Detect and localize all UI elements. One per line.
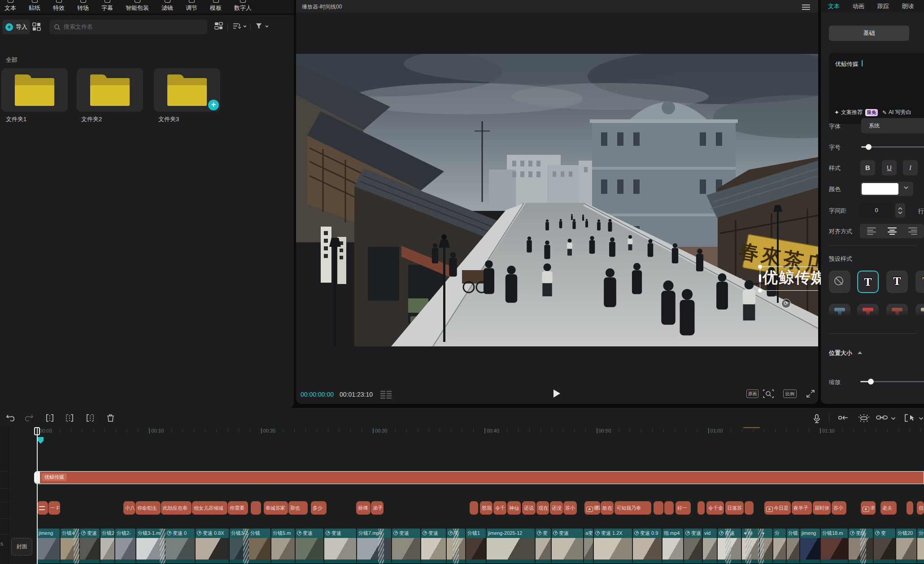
align-left-button[interactable] (867, 227, 876, 236)
video-clip[interactable]: vid (703, 529, 717, 564)
overwrite-mode-icon[interactable] (838, 414, 849, 423)
transition-marker[interactable] (745, 529, 751, 564)
subtitle-clip[interactable]: 夜半子 (792, 501, 812, 515)
magnetic-snap-icon[interactable] (858, 414, 870, 424)
subtitle-clip[interactable]: 弟子 (371, 501, 384, 515)
video-clip[interactable]: 变速 0 (166, 529, 195, 564)
delete-icon[interactable] (107, 414, 114, 424)
underline-button[interactable]: U (882, 160, 897, 175)
subtitle-clip[interactable]: 小八 (123, 501, 135, 515)
chevron-down-icon[interactable] (919, 417, 924, 420)
video-clip[interactable]: 分镜1 (466, 529, 486, 564)
transition-marker[interactable] (860, 529, 866, 564)
subtitle-clip[interactable] (907, 501, 913, 515)
video-clip[interactable]: 分镜2 (100, 529, 115, 564)
video-clip[interactable]: 分 (773, 529, 786, 564)
video-clip[interactable]: jimeng (800, 529, 820, 564)
subtitle-clip[interactable]: 多少 (311, 501, 327, 515)
fullscreen-icon[interactable] (806, 389, 815, 400)
timeline-ruler[interactable]: 00:0000:1000:2000:3000:4000:5001:0001:10 (0, 426, 924, 438)
ai-write-button[interactable]: AI 写旁白 (889, 109, 911, 116)
inspector-tab-1[interactable]: 动画 (853, 2, 864, 10)
video-clip[interactable]: 变速 0.9 (633, 529, 662, 564)
menu-item-1[interactable]: 贴纸 (29, 0, 40, 12)
subtitle-clip[interactable]: 还说 (522, 501, 536, 515)
cover-button[interactable]: 封面 (11, 538, 32, 555)
add-to-timeline-button[interactable]: + (208, 100, 219, 110)
video-clip[interactable]: a变 (584, 529, 593, 564)
menu-item-6[interactable]: 滤镜 (161, 0, 173, 12)
menu-item-7[interactable]: 调节 (186, 0, 197, 12)
folder-card[interactable] (1, 68, 68, 112)
subtitle-clip[interactable]: 还没 (550, 501, 563, 515)
menu-item-8[interactable]: 模板 (210, 0, 222, 12)
subtitle-clip[interactable]: 但 (917, 501, 924, 515)
video-clip[interactable]: 分镜 (787, 529, 800, 564)
tab-basic[interactable]: 基础 (829, 26, 909, 41)
preset-style-t-plain[interactable]: T (886, 271, 908, 293)
video-clip[interactable]: 分镜7.mp4 (357, 529, 392, 564)
color-picker[interactable] (860, 182, 913, 196)
transition-marker[interactable] (453, 529, 459, 564)
subtitle-clip[interactable]: A哪家 (584, 501, 600, 515)
undo-icon[interactable] (6, 414, 14, 423)
subtitle-clip[interactable] (654, 501, 663, 515)
transition-marker[interactable] (74, 529, 79, 564)
play-button[interactable] (554, 389, 560, 398)
aspect-ratio-button[interactable]: 比例 (783, 389, 797, 398)
subtitle-clip[interactable] (745, 501, 754, 515)
split-keep-right-icon[interactable] (86, 414, 95, 424)
rotate-handle-icon[interactable]: ⟳ (781, 299, 791, 308)
spacing-value[interactable]: 0 (860, 203, 893, 218)
video-clip[interactable]: 分镜2- (115, 529, 136, 564)
subtitle-clip[interactable]: 届时张 (813, 501, 831, 515)
video-overlay-text[interactable]: 优鲸传媒 (763, 267, 827, 288)
align-center-button[interactable] (888, 227, 897, 235)
sort-button[interactable] (233, 22, 246, 32)
subtitle-clip[interactable]: 你需要 (228, 501, 248, 515)
menu-item-9[interactable]: 数字人 (234, 0, 252, 12)
transition-marker[interactable] (378, 529, 384, 564)
menu-item-0[interactable]: 文本 (4, 0, 16, 12)
subtitle-clip[interactable]: 令千金 (706, 501, 724, 515)
font-select[interactable]: 系统 (861, 118, 924, 133)
subtitle-clip[interactable]: 老夫 (880, 501, 897, 515)
subtitle-clip[interactable]: 现在 (536, 501, 549, 515)
subtitle-clip[interactable]: 敢在 (601, 501, 614, 515)
transition-marker[interactable] (758, 529, 764, 564)
italic-button[interactable]: I (903, 160, 918, 175)
subtitle-clip[interactable] (251, 501, 261, 515)
bold-button[interactable]: B (860, 160, 875, 175)
folder-card[interactable] (77, 68, 143, 112)
subtitle-clip[interactable]: 好一 (676, 501, 691, 515)
video-clip[interactable]: 变 (874, 529, 896, 564)
video-clip[interactable]: 变速 (80, 529, 100, 564)
inspector-tab-2[interactable]: 跟踪 (877, 2, 889, 10)
link-preview-icon[interactable] (876, 414, 888, 422)
playhead-line[interactable] (37, 427, 38, 564)
original-quality-button[interactable]: 原画 (746, 389, 758, 398)
inspector-tab-3[interactable]: 朗读 (902, 2, 914, 10)
preset-style-t-sel[interactable]: T (857, 271, 879, 293)
subtitle-clip[interactable] (664, 501, 674, 515)
video-viewport[interactable]: 春來茶店 (296, 54, 818, 346)
menu-item-2[interactable]: 特效 (53, 0, 65, 12)
video-clip[interactable]: 分镜18.m (821, 529, 848, 564)
preset-style-none[interactable] (829, 271, 850, 293)
transition-marker[interactable] (725, 529, 731, 564)
selection-handle-top[interactable] (758, 265, 762, 269)
subtitle-clip[interactable]: 那也 (288, 501, 308, 515)
transition-marker[interactable] (243, 529, 249, 564)
font-size-slider[interactable] (861, 146, 924, 148)
menu-item-3[interactable]: 转场 (77, 0, 89, 12)
video-clip[interactable]: 分镜21 (917, 529, 924, 564)
selection-handle-bottom[interactable] (758, 289, 762, 293)
scale-slider[interactable] (860, 381, 924, 382)
subtitle-clip[interactable] (37, 501, 48, 515)
cursor-mode-icon[interactable] (904, 414, 915, 424)
subtitle-clip[interactable]: 他女儿苏倾城 (192, 501, 227, 515)
copy-suggest-button[interactable]: 文案推荐 (841, 109, 863, 116)
subtitle-clip[interactable]: 此劫应在奉 (161, 501, 192, 515)
selection-handle-middle[interactable] (759, 274, 761, 282)
subtitle-clip[interactable]: 神仙 (507, 501, 521, 515)
